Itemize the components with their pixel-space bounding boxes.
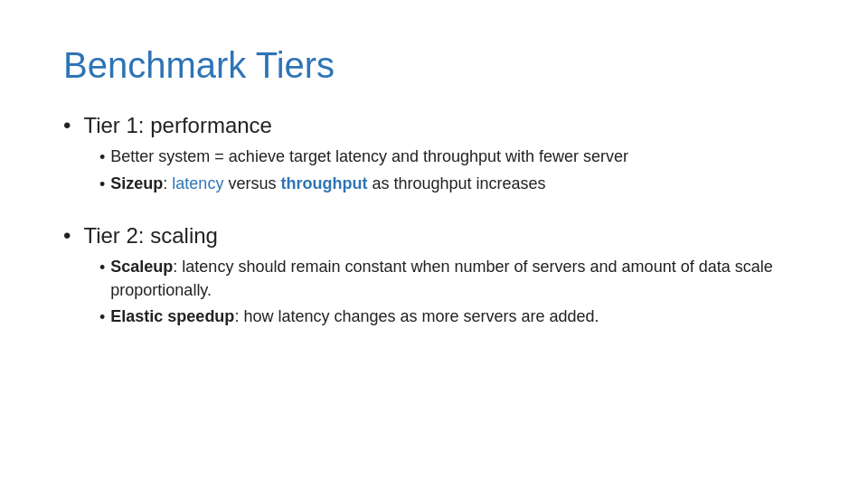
tier1-bullet2: Sizeup: latency versus throughput as thr… [99, 173, 805, 196]
scaleup-text: : latency should remain constant when nu… [110, 258, 772, 298]
tier2-bullet1: Scaleup: latency should remain constant … [99, 256, 805, 301]
tier1-bullets: Better system = achieve target latency a… [99, 145, 805, 196]
tier1-bullet2-text: Sizeup: latency versus throughput as thr… [110, 173, 805, 195]
tier1-bullet1: Better system = achieve target latency a… [99, 145, 805, 169]
tier2-bullet2-text: Elastic speedup: how latency changes as … [110, 305, 805, 328]
content-area: Tier 1: performance Better system = achi… [63, 113, 805, 338]
tier2-heading: Tier 2: scaling [63, 223, 805, 249]
scaleup-label: Scaleup [110, 258, 173, 276]
tier1-heading-text: Tier 1: performance [83, 113, 272, 138]
slide-title: Benchmark Tiers [63, 45, 805, 86]
latency-word: latency [172, 174, 223, 192]
tier1-section: Tier 1: performance Better system = achi… [63, 113, 805, 196]
tier2-section: Tier 2: scaling Scaleup: latency should … [63, 223, 805, 329]
tier2-bullet2: Elastic speedup: how latency changes as … [99, 305, 805, 329]
tier1-bullet1-text: Better system = achieve target latency a… [110, 145, 805, 168]
throughput-word: throughput [280, 174, 367, 192]
tier1-colon: : [163, 174, 172, 192]
elastic-label: Elastic speedup [110, 307, 234, 325]
slide: Benchmark Tiers Tier 1: performance Bett… [0, 0, 868, 488]
tier2-heading-text: Tier 2: scaling [83, 223, 218, 249]
tier2-bullet1-text: Scaleup: latency should remain constant … [110, 256, 805, 301]
tier1-versus: versus [223, 174, 280, 192]
tier1-heading: Tier 1: performance [63, 113, 805, 138]
sizeup-label: Sizeup [110, 174, 163, 192]
tier2-bullets: Scaleup: latency should remain constant … [99, 256, 805, 329]
elastic-text: : how latency changes as more servers ar… [234, 307, 599, 325]
tier1-after: as throughput increases [367, 174, 545, 192]
